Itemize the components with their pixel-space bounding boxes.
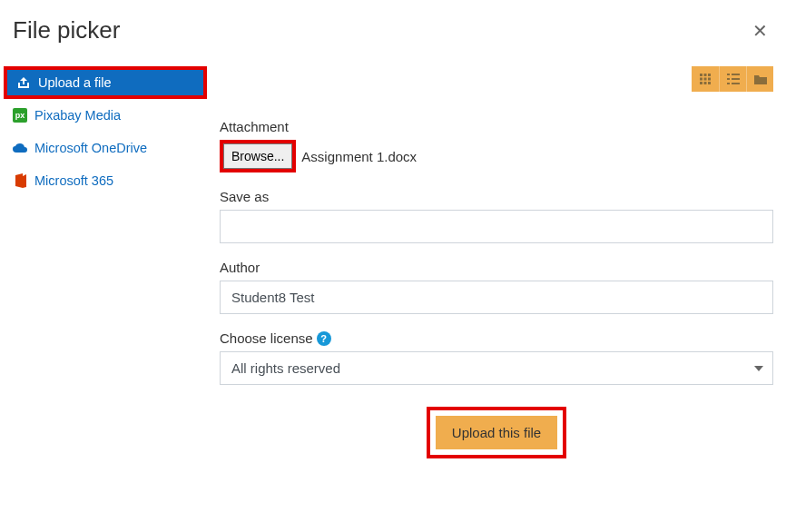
sidebar: Upload a file px Pixabay Media Microsoft…	[0, 57, 211, 468]
view-list-button[interactable]	[719, 66, 746, 92]
selected-filename: Assignment 1.docx	[301, 149, 417, 164]
svg-rect-11	[727, 78, 730, 80]
sidebar-item-m365[interactable]: Microsoft 365	[0, 164, 211, 197]
svg-rect-3	[700, 78, 702, 81]
view-tree-button[interactable]	[746, 66, 773, 92]
onedrive-icon	[13, 141, 27, 155]
sidebar-item-onedrive[interactable]: Microsoft OneDrive	[0, 132, 211, 164]
svg-rect-0	[700, 74, 702, 76]
svg-rect-7	[704, 82, 707, 84]
svg-rect-10	[732, 74, 740, 75]
saveas-input[interactable]	[220, 210, 773, 243]
svg-rect-14	[732, 83, 740, 84]
sidebar-item-label: Microsoft 365	[34, 173, 113, 188]
svg-rect-13	[727, 83, 730, 84]
saveas-label: Save as	[220, 189, 773, 204]
svg-rect-1	[704, 74, 707, 76]
main-panel: Attachment Browse... Assignment 1.docx S…	[211, 57, 786, 468]
svg-rect-6	[700, 82, 702, 84]
view-icons-button[interactable]	[692, 66, 719, 92]
svg-rect-9	[727, 74, 730, 75]
sidebar-item-label: Microsoft OneDrive	[34, 141, 147, 155]
help-icon[interactable]: ?	[317, 331, 331, 346]
page-title: File picker	[13, 16, 120, 44]
pixabay-icon: px	[13, 108, 27, 123]
upload-icon	[16, 75, 31, 90]
svg-rect-12	[732, 78, 740, 80]
svg-rect-2	[708, 74, 711, 76]
sidebar-item-label: Pixabay Media	[34, 108, 121, 123]
attachment-label: Attachment	[220, 119, 773, 134]
license-select[interactable]: All rights reserved	[220, 351, 773, 385]
license-label: Choose license	[220, 330, 313, 346]
svg-rect-4	[704, 78, 707, 81]
sidebar-item-label: Upload a file	[38, 75, 112, 90]
svg-rect-8	[708, 82, 711, 84]
upload-button[interactable]: Upload this file	[436, 416, 557, 449]
sidebar-item-upload[interactable]: Upload a file	[4, 66, 207, 99]
author-input[interactable]	[220, 281, 773, 314]
sidebar-item-pixabay[interactable]: px Pixabay Media	[0, 99, 211, 132]
browse-button[interactable]: Browse...	[223, 143, 292, 169]
author-label: Author	[220, 260, 773, 275]
svg-rect-5	[708, 78, 711, 81]
m365-icon	[13, 173, 27, 188]
close-icon[interactable]: ✕	[752, 20, 768, 42]
view-toolbar	[220, 66, 773, 92]
